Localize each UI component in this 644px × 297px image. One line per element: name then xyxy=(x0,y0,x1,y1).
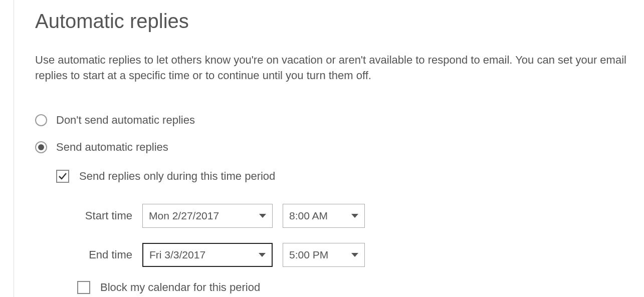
radio-dont-send[interactable] xyxy=(35,114,47,126)
radio-send-label: Send automatic replies xyxy=(56,141,168,154)
left-nav-edge xyxy=(0,0,14,297)
chevron-down-icon xyxy=(259,214,266,218)
chevron-down-icon xyxy=(259,253,266,257)
block-calendar-row[interactable]: Block my calendar for this period xyxy=(77,281,644,294)
page-title: Automatic replies xyxy=(35,10,644,33)
end-time-label: End time xyxy=(77,248,132,261)
time-pickers: Start time Mon 2/27/2017 8:00 AM End tim… xyxy=(77,204,644,267)
end-time-row: End time Fri 3/3/2017 5:00 PM xyxy=(77,243,644,267)
chevron-down-icon xyxy=(351,214,358,218)
chevron-down-icon xyxy=(351,253,358,257)
end-date-value: Fri 3/3/2017 xyxy=(149,249,205,261)
end-time-dropdown[interactable]: 5:00 PM xyxy=(283,243,365,267)
checkbox-block-calendar[interactable] xyxy=(77,281,90,294)
start-time-label: Start time xyxy=(77,209,132,222)
checkbox-send-only-period[interactable] xyxy=(56,170,69,183)
radio-dont-send-row[interactable]: Don't send automatic replies xyxy=(35,114,644,127)
time-period-section: Send replies only during this time perio… xyxy=(56,170,644,294)
radio-dont-send-label: Don't send automatic replies xyxy=(56,114,195,127)
start-time-dropdown[interactable]: 8:00 AM xyxy=(283,204,365,228)
check-icon xyxy=(58,171,68,181)
block-calendar-section: Block my calendar for this period xyxy=(77,281,644,294)
end-time-value: 5:00 PM xyxy=(289,249,328,261)
start-date-dropdown[interactable]: Mon 2/27/2017 xyxy=(142,204,273,228)
auto-reply-radio-group: Don't send automatic replies Send automa… xyxy=(35,114,644,154)
start-time-row: Start time Mon 2/27/2017 8:00 AM xyxy=(77,204,644,228)
radio-send-row[interactable]: Send automatic replies xyxy=(35,141,644,154)
start-date-value: Mon 2/27/2017 xyxy=(149,210,219,222)
send-only-period-row[interactable]: Send replies only during this time perio… xyxy=(56,170,644,183)
send-only-period-label: Send replies only during this time perio… xyxy=(79,170,275,183)
automatic-replies-panel: Automatic replies Use automatic replies … xyxy=(35,0,644,294)
start-time-value: 8:00 AM xyxy=(289,210,328,222)
description-text: Use automatic replies to let others know… xyxy=(35,53,644,84)
radio-send[interactable] xyxy=(35,141,47,153)
block-calendar-label: Block my calendar for this period xyxy=(100,281,260,294)
end-date-dropdown[interactable]: Fri 3/3/2017 xyxy=(142,243,273,267)
